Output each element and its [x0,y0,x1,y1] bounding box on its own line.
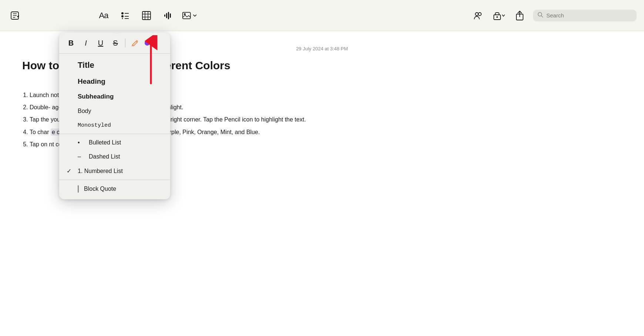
subheading-label: Subheading [78,93,114,100]
checkmark-dashed [67,153,74,160]
font-size-button[interactable]: Aa [96,8,111,23]
svg-point-20 [184,13,186,15]
svg-rect-10 [142,11,151,20]
format-monostyled-item[interactable]: Monostyled [59,118,170,132]
format-divider [125,39,125,47]
toolbar-center: Aa [96,8,197,23]
compose-button[interactable] [7,8,22,23]
format-body-item[interactable]: Body [59,104,170,118]
format-toolbar: B I U S [59,33,170,54]
format-numbered-item[interactable]: ✓ 1. Numbered List [59,164,170,178]
heading-label: Heading [78,77,105,86]
checkmark-heading [67,78,74,85]
toolbar: Aa [0,0,644,31]
checkmark-monostyled [67,122,74,129]
format-heading-item[interactable]: Heading [59,74,170,89]
list-item-text: To char [30,129,49,135]
table-button[interactable] [139,8,154,23]
toolbar-right [471,8,637,23]
underline-button[interactable]: U [94,36,107,50]
monostyled-label: Monostyled [78,122,111,129]
collaborate-button[interactable] [471,8,486,23]
svg-line-28 [542,16,543,17]
numbered-label: 1. Numbered List [78,168,123,174]
bullet-prefix: • [78,139,85,146]
checkmark-body [67,108,74,114]
media-button[interactable] [182,8,197,23]
toolbar-left [7,8,22,23]
svg-point-4 [121,12,124,14]
search-icon [537,12,543,19]
list-item-text: Tap on [30,141,49,147]
share-button[interactable] [512,8,527,23]
bold-button[interactable]: B [64,36,78,50]
strikethrough-button[interactable]: S [109,36,122,50]
svg-rect-17 [168,12,169,19]
format-popup: B I U S Title Heading Subheading [59,33,170,199]
lock-button[interactable] [492,8,506,23]
checkmark-subheading [67,93,74,100]
list-item-text: Launch [30,92,49,98]
format-menu: Title Heading Subheading Body Monostyled… [59,54,170,199]
format-blockquote-item[interactable]: Block Quote [59,182,170,196]
svg-point-22 [478,13,481,16]
svg-rect-16 [166,13,167,18]
blockquote-label: Block Quote [84,186,116,192]
format-dashed-item[interactable]: – Dashed List [59,150,170,164]
list-item-text: Double- [30,104,50,110]
format-menu-divider-2 [59,180,170,180]
format-bulleted-item[interactable]: • Bulleted List [59,136,170,150]
pencil-highlight-button[interactable] [128,36,142,50]
color-dot-purple[interactable] [145,40,150,46]
audio-button[interactable] [161,8,175,23]
svg-point-8 [122,18,123,19]
list-item-text: Tap the [30,116,49,123]
checkmark-numbered: ✓ [67,167,74,174]
svg-rect-15 [164,14,165,17]
checkmark-bulleted [67,139,74,146]
checkmark-blockquote [67,186,74,192]
format-subheading-item[interactable]: Subheading [59,89,170,104]
dash-prefix: – [78,153,85,160]
search-bar[interactable] [533,10,637,21]
italic-button[interactable]: I [79,36,92,50]
font-aa-label: Aa [99,11,108,20]
title-label: Title [78,60,94,70]
list-format-button[interactable] [118,8,132,23]
svg-point-24 [496,16,498,18]
svg-rect-18 [170,13,171,18]
checkmark-title [67,62,74,69]
bulleted-label: Bulleted List [89,139,121,146]
format-menu-divider-1 [59,134,170,134]
svg-point-21 [475,13,478,16]
body-label: Body [78,108,91,114]
format-title-item[interactable]: Title [59,57,170,74]
svg-point-6 [121,15,124,17]
search-input[interactable] [546,12,632,19]
note-title-prefix: How to [22,59,59,72]
dashed-label: Dashed List [89,153,120,160]
svg-rect-19 [183,12,190,19]
blockquote-bar [78,185,79,193]
